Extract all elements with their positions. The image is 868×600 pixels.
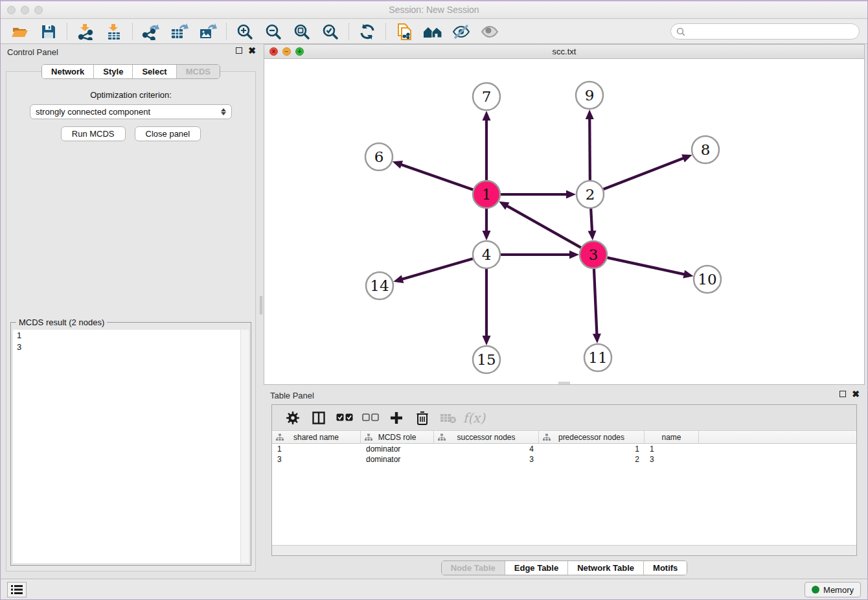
hide-selected-button[interactable] xyxy=(447,21,475,42)
graph-node-label: 10 xyxy=(698,271,716,288)
result-scrollbar[interactable] xyxy=(240,330,249,563)
delete-column-button[interactable] xyxy=(411,408,434,428)
network-canvas[interactable]: 7968124314101511 xyxy=(264,59,864,384)
copy-network-button[interactable] xyxy=(390,21,418,42)
column-header-successor-nodes[interactable]: successor nodes xyxy=(434,431,539,444)
delete-table-icon xyxy=(440,412,457,424)
graph-edge-1-6[interactable] xyxy=(400,164,473,190)
zoom-out-icon xyxy=(265,23,282,40)
table-cell[interactable]: 1 xyxy=(272,444,361,454)
graph-edge-2-8[interactable] xyxy=(604,157,685,189)
apply-layout-button[interactable] xyxy=(353,21,382,42)
refresh-icon xyxy=(359,23,376,40)
criterion-dropdown[interactable]: strongly connected component xyxy=(30,104,232,119)
tab-style[interactable]: Style xyxy=(93,65,132,78)
toolbar-separator xyxy=(132,23,133,40)
zoom-out-button[interactable] xyxy=(259,21,288,42)
column-header-MCDS-role[interactable]: MCDS role xyxy=(361,431,434,444)
graph-edge-3-11[interactable] xyxy=(594,269,597,336)
show-columns-button[interactable] xyxy=(307,408,330,428)
open-session-button[interactable] xyxy=(6,21,34,42)
copy-document-icon xyxy=(396,23,413,41)
graph-edge-2-3[interactable] xyxy=(591,209,592,233)
delete-table-button[interactable] xyxy=(437,408,460,428)
table-cell[interactable]: dominator xyxy=(361,454,434,465)
run-mcds-button[interactable]: Run MCDS xyxy=(61,126,126,141)
show-all-button[interactable] xyxy=(475,21,504,42)
zoom-fit-icon xyxy=(293,23,310,40)
column-header-name[interactable]: name xyxy=(645,431,699,444)
edge-arrowhead xyxy=(393,275,404,283)
graph-edge-3-10[interactable] xyxy=(608,258,686,275)
window-titlebar: Session: New Session xyxy=(1,1,867,19)
unchecked-boxes-icon xyxy=(362,413,379,422)
table-toolbar: f(x) xyxy=(272,405,856,431)
tab-select[interactable]: Select xyxy=(132,65,176,78)
zoom-selected-icon xyxy=(322,23,339,40)
zoom-fit-button[interactable] xyxy=(288,21,316,42)
table-cell[interactable]: 3 xyxy=(272,454,361,465)
graph-node-label: 1 xyxy=(482,186,492,203)
import-network-button[interactable] xyxy=(71,21,100,42)
tab-node-table[interactable]: Node Table xyxy=(442,561,505,575)
mcds-result-box: MCDS result (2 nodes) 13 xyxy=(10,322,251,566)
save-session-button[interactable] xyxy=(34,21,63,42)
optimization-criterion-label: Optimization criterion: xyxy=(6,90,255,100)
table-cell[interactable]: 1 xyxy=(539,444,645,454)
control-panel: Control Panel ✖ NetworkStyleSelectMCDS O… xyxy=(1,44,261,581)
column-header-label: name xyxy=(661,433,681,442)
graph-edge-4-14[interactable] xyxy=(401,259,473,279)
table-cell[interactable]: 2 xyxy=(539,454,645,465)
close-table-panel-icon[interactable]: ✖ xyxy=(852,391,860,397)
tab-mcds[interactable]: MCDS xyxy=(176,65,220,78)
panel-divider-handle[interactable] xyxy=(260,296,262,314)
network-window-titlebar[interactable]: × − + scc.txt xyxy=(264,45,864,59)
table-cell[interactable]: dominator xyxy=(361,444,434,454)
export-network-button[interactable] xyxy=(137,21,165,42)
add-column-button[interactable] xyxy=(385,408,408,428)
task-history-button[interactable] xyxy=(7,582,27,597)
column-header-label: shared name xyxy=(293,433,339,442)
table-cell[interactable]: 1 xyxy=(645,444,699,454)
zoom-selected-button[interactable] xyxy=(316,21,345,42)
graph-edge-3-1[interactable] xyxy=(506,205,581,248)
status-bar: Memory xyxy=(1,579,867,599)
mcds-result-list[interactable]: 13 xyxy=(13,330,249,563)
search-input[interactable] xyxy=(689,27,859,36)
import-table-button[interactable] xyxy=(100,21,128,42)
zoom-in-button[interactable] xyxy=(231,21,259,42)
tab-edge-table[interactable]: Edge Table xyxy=(505,561,567,575)
close-panel-button[interactable]: Close panel xyxy=(135,126,201,141)
export-image-button[interactable] xyxy=(194,21,222,42)
table-row[interactable]: 3dominator323 xyxy=(272,454,856,465)
select-all-checks-button[interactable] xyxy=(333,408,356,428)
table-cell[interactable]: 4 xyxy=(434,444,539,454)
hierarchy-icon xyxy=(438,433,446,441)
float-table-panel-icon[interactable] xyxy=(839,391,846,397)
result-line: 3 xyxy=(13,341,249,353)
float-panel-icon[interactable] xyxy=(236,47,242,54)
table-row[interactable]: 1dominator411 xyxy=(272,444,856,454)
eye-icon xyxy=(481,25,499,39)
close-panel-icon[interactable]: ✖ xyxy=(248,47,256,54)
first-neighbors-button[interactable] xyxy=(418,21,447,42)
column-header-predecessor-nodes[interactable]: predecessor nodes xyxy=(539,431,645,444)
table-settings-button[interactable] xyxy=(281,408,304,428)
function-builder-button[interactable]: f(x) xyxy=(463,408,486,428)
graph-node-label: 14 xyxy=(370,277,389,294)
memory-button[interactable]: Memory xyxy=(805,582,861,597)
fx-icon: f(x) xyxy=(463,410,485,426)
table-cell[interactable]: 3 xyxy=(434,454,539,465)
graph-edge-2-9[interactable] xyxy=(589,117,590,180)
hierarchy-icon xyxy=(365,433,372,441)
tab-motifs[interactable]: Motifs xyxy=(643,561,687,575)
network-resize-handle[interactable] xyxy=(558,382,570,384)
column-header-shared-name[interactable]: shared name xyxy=(272,431,361,444)
tab-network[interactable]: Network xyxy=(42,65,93,78)
export-table-button[interactable] xyxy=(165,21,194,42)
tab-network-table[interactable]: Network Table xyxy=(567,561,643,575)
table-cell[interactable]: 3 xyxy=(645,454,699,465)
deselect-all-checks-button[interactable] xyxy=(359,408,382,428)
table-horizontal-scrollbar[interactable] xyxy=(272,545,856,555)
search-field[interactable] xyxy=(670,23,860,40)
